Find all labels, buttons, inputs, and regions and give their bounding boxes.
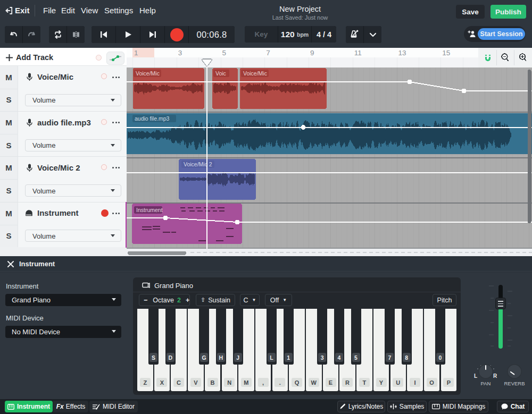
svg-text:15: 15: [442, 49, 450, 57]
svg-text:Voice/Mic: Voice/Mic: [243, 70, 267, 77]
svg-text:Voice/Mic 2: Voice/Mic 2: [184, 161, 212, 167]
svg-text:7: 7: [266, 49, 270, 57]
svg-text:Voic: Voic: [215, 70, 226, 77]
svg-text:1: 1: [134, 49, 138, 57]
svg-text:audio file.mp3: audio file.mp3: [135, 115, 170, 122]
svg-text:5: 5: [222, 49, 227, 57]
svg-text:Instrument: Instrument: [136, 207, 163, 213]
svg-text:Voice/Mic: Voice/Mic: [136, 70, 160, 77]
svg-text:3: 3: [178, 49, 182, 57]
svg-text:13: 13: [398, 49, 406, 57]
svg-text:11: 11: [354, 49, 362, 57]
svg-text:9: 9: [310, 49, 314, 57]
